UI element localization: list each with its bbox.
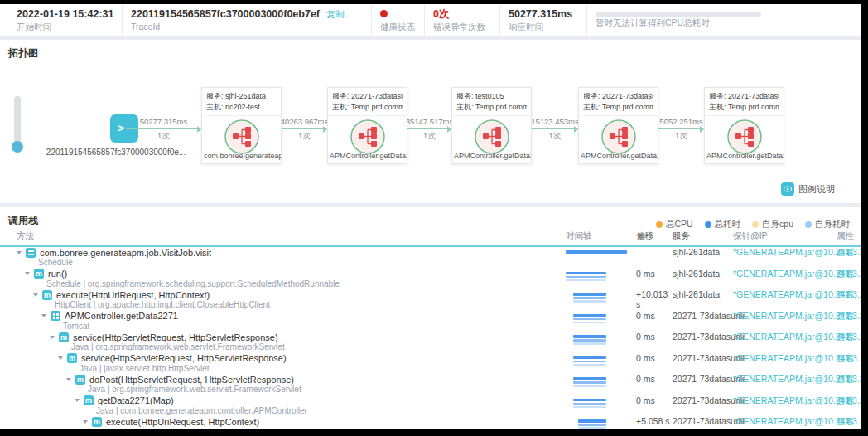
legend-item-label: 自身cpu bbox=[762, 219, 793, 230]
chevron-down-icon[interactable] bbox=[50, 336, 58, 339]
chevron-down-icon[interactable] bbox=[33, 293, 41, 297]
callstack-panel: 调用栈 总CPU 总耗时 自身cpu 自身耗时 方法 时间轴 偏移 服务 探针@… bbox=[0, 207, 861, 429]
node-caption: APMController.getData2271 bbox=[328, 152, 407, 160]
col-timeline: 时间轴 bbox=[566, 230, 636, 245]
chevron-down-icon[interactable] bbox=[41, 314, 50, 317]
chevron-down-icon[interactable] bbox=[75, 399, 83, 402]
table-row[interactable]: APMController.getData2271 Tomcat 0 ms 20… bbox=[0, 311, 861, 332]
row-service: 20271-73datasunli bbox=[673, 353, 733, 375]
node-service: 服务: test0105 bbox=[456, 91, 527, 102]
edge-line bbox=[126, 128, 198, 129]
legend-item: 总CPU bbox=[656, 219, 693, 230]
row-method-title: APMController.getData2271 bbox=[65, 311, 178, 321]
view-attributes-link[interactable]: 查看 bbox=[837, 374, 854, 384]
chevron-down-icon[interactable] bbox=[17, 251, 25, 254]
chevron-down-icon[interactable] bbox=[66, 378, 75, 381]
node-caption: APMController.getData2272 bbox=[579, 152, 658, 160]
edge-line bbox=[407, 128, 448, 129]
row-method-subtitle: Java | javax.servlet.http.HttpServlet bbox=[80, 364, 566, 373]
copy-traceid-button[interactable]: 复制 bbox=[326, 9, 345, 19]
row-offset bbox=[636, 247, 673, 269]
col-attr: 属性 bbox=[837, 230, 861, 245]
table-row[interactable]: m execute(HttpUriRequest, HttpContext) +… bbox=[0, 416, 861, 429]
node-host: 主机: Temp.prd.comm.vm.by.idc.b... bbox=[709, 102, 779, 113]
table-row[interactable]: com.bonree.generateapm.job.VisitJob.visi… bbox=[0, 247, 861, 269]
topology-node[interactable]: 服务: sjhl-261data 主机: nc202-test com.bonr… bbox=[201, 87, 282, 164]
legend-item-label: 自身耗时 bbox=[815, 219, 850, 230]
zoom-slider-knob[interactable] bbox=[12, 141, 23, 153]
topology-zoom-slider[interactable] bbox=[14, 96, 21, 146]
table-row[interactable]: m service(HttpServletRequest, HttpServle… bbox=[0, 332, 861, 353]
col-method: 方法 bbox=[0, 230, 566, 245]
view-attributes-link[interactable]: 查看 bbox=[837, 311, 854, 321]
timeline-bars bbox=[566, 250, 627, 254]
row-offset: 0 ms bbox=[636, 395, 673, 417]
node-host: 主机: Temp.prd.comm.vm.by.idc.b... bbox=[583, 102, 653, 113]
row-method-title: getData2271(Map) bbox=[98, 395, 174, 405]
legend-dot-icon bbox=[656, 221, 663, 228]
class-icon bbox=[26, 248, 36, 258]
edge-line bbox=[532, 128, 575, 129]
trace-entry-caption: 220119154565857fc3700003000f0e... bbox=[33, 148, 199, 157]
chevron-down-icon[interactable] bbox=[25, 272, 33, 275]
response-time-label: 响应时间 bbox=[509, 21, 586, 32]
node-service: 服务: sjhl-261data bbox=[206, 91, 277, 102]
timeline-bars bbox=[573, 293, 606, 303]
node-host: 主机: nc202-test bbox=[206, 102, 277, 113]
row-method-title: execute(HttpUriRequest, HttpContext) bbox=[56, 290, 210, 300]
cpu-time-label: 暂时无法计算得到CPU总耗时 bbox=[596, 17, 861, 28]
node-host: 主机: Temp.prd.comm.vm.by.idc.b... bbox=[456, 102, 527, 113]
view-attributes-link[interactable]: 查看 bbox=[837, 353, 854, 363]
timeline-bars bbox=[573, 377, 606, 387]
node-service: 服务: 20271-73datasunli bbox=[332, 91, 403, 102]
row-method-title: execute(HttpUriRequest, HttpContext) bbox=[106, 417, 259, 427]
view-attributes-link[interactable]: 查看 bbox=[837, 247, 854, 257]
legend-dot-icon bbox=[752, 221, 759, 228]
legend-item: 自身耗时 bbox=[805, 219, 850, 230]
topology-legend-button[interactable]: 图例说明 bbox=[781, 182, 835, 196]
legend-item: 自身cpu bbox=[752, 219, 793, 230]
table-row[interactable]: m getData2271(Map) Java | com.bonree.gen… bbox=[0, 395, 861, 417]
traceid-label: TraceId bbox=[131, 21, 371, 32]
topology-node[interactable]: 服务: 20271-73datasunli 主机: Temp.prd.comm.… bbox=[578, 87, 658, 164]
chevron-down-icon[interactable] bbox=[83, 420, 91, 424]
view-attributes-link[interactable]: 查看 bbox=[837, 332, 854, 342]
row-service: sjhl-261data bbox=[673, 289, 733, 311]
table-row[interactable]: m doPost(HttpServletRequest, HttpServlet… bbox=[0, 374, 861, 395]
node-caption: APMController.getData2291 bbox=[452, 152, 531, 160]
row-offset: 0 ms bbox=[636, 353, 673, 375]
method-icon: m bbox=[75, 375, 85, 385]
class-icon bbox=[51, 311, 60, 321]
table-row[interactable]: m run() Schedule | org.springframework.s… bbox=[0, 269, 861, 290]
table-row[interactable]: m service(HttpServletRequest, HttpServle… bbox=[0, 353, 861, 375]
view-attributes-link[interactable]: 查看 bbox=[837, 289, 854, 299]
node-caption: APMController.getData2273 bbox=[705, 152, 784, 160]
view-attributes-link[interactable]: 查看 bbox=[837, 416, 854, 426]
edge-count: 1次 bbox=[157, 131, 170, 142]
cpu-time-block: 暂时无法计算得到CPU总耗时 bbox=[586, 4, 861, 36]
row-service: 20271-73datasunli bbox=[673, 311, 733, 332]
edge-time: 15123.453ms bbox=[531, 117, 579, 126]
row-method-subtitle: HttpClient | org.apache.http.impl.client… bbox=[55, 300, 566, 309]
table-row[interactable]: m execute(HttpUriRequest, HttpContext) H… bbox=[0, 289, 861, 311]
row-offset: 0 ms bbox=[636, 311, 673, 332]
topology-node[interactable]: 服务: 20271-73datasunli 主机: Temp.prd.comm.… bbox=[327, 87, 407, 164]
timeline-bars bbox=[578, 419, 606, 429]
topology-node[interactable]: 服务: 20271-73datasunli 主机: Temp.prd.comm.… bbox=[704, 87, 784, 164]
timeline-bars bbox=[573, 356, 606, 366]
legend-dot-icon bbox=[805, 221, 812, 228]
topology-node[interactable]: 服务: test0105 主机: Temp.prd.comm.vm.by.idc… bbox=[451, 87, 532, 164]
row-method-subtitle: Java | org.springframework.web.servlet.F… bbox=[71, 342, 566, 351]
chevron-down-icon[interactable] bbox=[58, 356, 66, 360]
callstack-table-header: 方法 时间轴 偏移 服务 探针@IP 属性 bbox=[0, 230, 861, 247]
view-attributes-link[interactable]: 查看 bbox=[837, 395, 854, 405]
health-label: 健康状态 bbox=[380, 21, 424, 32]
callstack-rows: com.bonree.generateapm.job.VisitJob.visi… bbox=[0, 247, 861, 429]
row-offset: 0 ms bbox=[636, 374, 673, 395]
row-method-title: com.bonree.generateapm.job.VisitJob.visi… bbox=[40, 248, 211, 258]
response-time-value: 50277.315ms bbox=[509, 7, 586, 21]
health-block: 健康状态 bbox=[371, 4, 424, 36]
timeline-bars bbox=[573, 314, 606, 324]
view-attributes-link[interactable]: 查看 bbox=[837, 269, 854, 279]
edge-count: 1次 bbox=[298, 131, 311, 142]
